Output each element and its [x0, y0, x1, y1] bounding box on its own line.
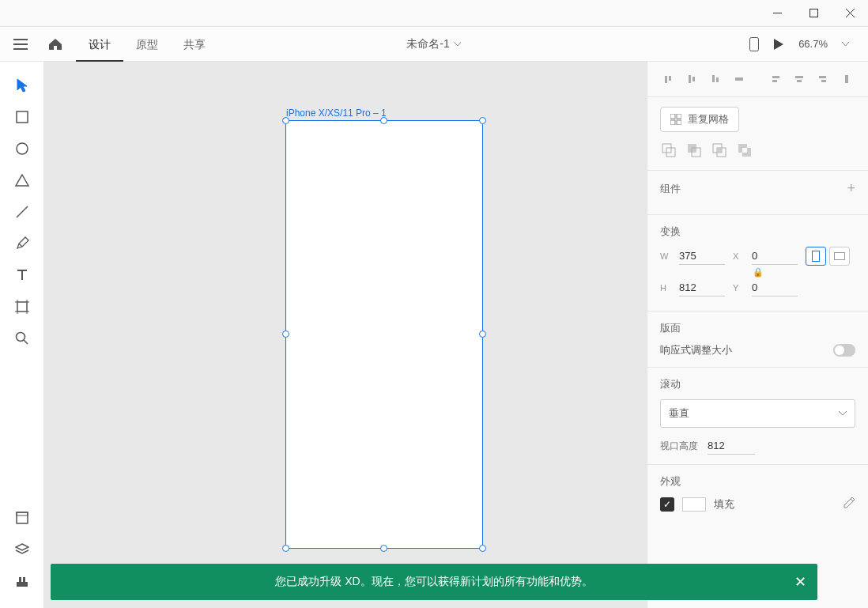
add-component-button[interactable]: + — [847, 180, 855, 197]
text-tool[interactable] — [0, 259, 44, 291]
responsive-label: 响应式调整大小 — [660, 343, 732, 357]
height-input[interactable] — [679, 279, 725, 296]
resize-handle[interactable] — [479, 330, 486, 338]
document-title-text: 未命名-1 — [406, 37, 449, 51]
window-titlebar — [0, 0, 868, 27]
svg-rect-21 — [717, 148, 722, 153]
svg-point-3 — [17, 143, 28, 154]
artboard[interactable] — [285, 120, 483, 549]
ellipse-tool[interactable] — [0, 133, 44, 164]
align-left-button[interactable] — [764, 68, 787, 90]
landscape-button[interactable] — [829, 247, 850, 266]
distribute-h-button[interactable] — [836, 68, 858, 90]
svg-point-5 — [17, 333, 25, 342]
hamburger-menu-button[interactable] — [3, 27, 38, 62]
document-title[interactable]: 未命名-1 — [406, 37, 461, 51]
intersect-button[interactable] — [711, 142, 728, 159]
boolean-ops — [647, 142, 868, 170]
svg-rect-10 — [23, 577, 25, 582]
repeat-grid-label: 重复网格 — [688, 112, 729, 127]
assets-panel-button[interactable] — [0, 502, 44, 534]
resize-handle[interactable] — [479, 545, 486, 552]
fill-checkbox[interactable]: ✓ — [660, 497, 674, 512]
plugins-panel-button[interactable] — [0, 565, 44, 597]
align-controls — [647, 62, 868, 97]
notification-message: 您已成功升级 XD。现在，您可以获得新计划的所有功能和优势。 — [275, 575, 592, 589]
notification-close-button[interactable]: ✕ — [794, 573, 806, 591]
mode-tabs: 设计 原型 共享 — [76, 27, 218, 62]
svg-rect-13 — [670, 120, 675, 125]
lock-aspect-icon[interactable]: 🔒 — [660, 267, 855, 278]
close-button[interactable] — [832, 0, 868, 27]
svg-rect-12 — [677, 114, 681, 119]
polygon-tool[interactable] — [0, 164, 44, 196]
artboard-tool[interactable] — [0, 291, 44, 323]
tab-prototype[interactable]: 原型 — [123, 27, 171, 62]
layout-header: 版面 — [660, 321, 681, 335]
scroll-mode-value: 垂直 — [669, 406, 689, 421]
chevron-down-icon — [455, 42, 462, 47]
svg-rect-4 — [17, 302, 27, 312]
svg-rect-26 — [835, 253, 845, 260]
rectangle-tool[interactable] — [0, 101, 44, 133]
svg-rect-8 — [17, 582, 28, 587]
svg-rect-1 — [750, 37, 759, 51]
maximize-button[interactable] — [795, 0, 832, 27]
resize-handle[interactable] — [282, 330, 289, 338]
svg-rect-0 — [810, 9, 817, 17]
zoom-tool[interactable] — [0, 323, 44, 354]
line-tool[interactable] — [0, 196, 44, 228]
device-preview-icon[interactable] — [749, 37, 759, 51]
svg-rect-9 — [19, 577, 21, 582]
resize-handle[interactable] — [380, 117, 387, 124]
viewport-height-label: 视口高度 — [660, 440, 698, 453]
union-button[interactable] — [660, 142, 677, 159]
align-right-button[interactable] — [812, 68, 834, 90]
y-input[interactable] — [752, 279, 798, 296]
tools-sidebar — [0, 62, 44, 608]
tab-design[interactable]: 设计 — [76, 27, 123, 62]
appearance-header: 外观 — [660, 474, 681, 489]
viewport-height-input[interactable] — [708, 437, 755, 455]
align-vcenter-button[interactable] — [681, 68, 703, 90]
scroll-mode-select[interactable]: 垂直 — [660, 399, 855, 428]
resize-handle[interactable] — [282, 117, 289, 124]
play-button[interactable] — [773, 38, 784, 51]
subtract-button[interactable] — [685, 142, 703, 159]
pen-tool[interactable] — [0, 228, 44, 259]
align-hcenter-button[interactable] — [788, 68, 810, 90]
select-tool[interactable] — [0, 70, 44, 101]
resize-handle[interactable] — [282, 545, 289, 552]
align-bottom-button[interactable] — [704, 68, 726, 90]
resize-handle[interactable] — [380, 545, 387, 552]
distribute-v-button[interactable] — [728, 68, 750, 90]
minimize-button[interactable] — [759, 0, 795, 27]
component-header: 组件 — [660, 182, 681, 196]
responsive-toggle[interactable] — [833, 344, 855, 357]
upgrade-notification: 您已成功升级 XD。现在，您可以获得新计划的所有功能和优势。 ✕ — [51, 564, 817, 600]
width-input[interactable] — [679, 247, 725, 265]
chevron-down-icon[interactable] — [842, 42, 849, 47]
x-input[interactable] — [752, 247, 798, 265]
width-label: W — [660, 251, 671, 261]
svg-rect-2 — [17, 111, 28, 123]
y-label: Y — [733, 283, 744, 293]
chevron-down-icon — [839, 411, 847, 416]
layers-panel-button[interactable] — [0, 534, 44, 565]
grid-icon — [670, 114, 681, 125]
resize-handle[interactable] — [479, 117, 486, 124]
repeat-grid-button[interactable]: 重复网格 — [660, 107, 739, 132]
svg-rect-25 — [813, 251, 820, 262]
portrait-button[interactable] — [806, 247, 826, 266]
eyedropper-button[interactable] — [843, 497, 855, 512]
exclude-button[interactable] — [736, 142, 753, 159]
align-top-button[interactable] — [657, 68, 679, 90]
tab-share[interactable]: 共享 — [171, 27, 218, 62]
home-button[interactable] — [38, 27, 73, 62]
artboard-label[interactable]: iPhone X/XS/11 Pro – 1 — [286, 108, 387, 119]
scroll-section: 滚动 垂直 视口高度 — [647, 367, 868, 464]
top-bar: 设计 原型 共享 未命名-1 66.7% — [0, 27, 868, 62]
fill-color-swatch[interactable] — [682, 497, 706, 512]
zoom-level[interactable]: 66.7% — [798, 38, 828, 50]
canvas[interactable]: iPhone X/XS/11 Pro – 1 — [44, 62, 647, 608]
